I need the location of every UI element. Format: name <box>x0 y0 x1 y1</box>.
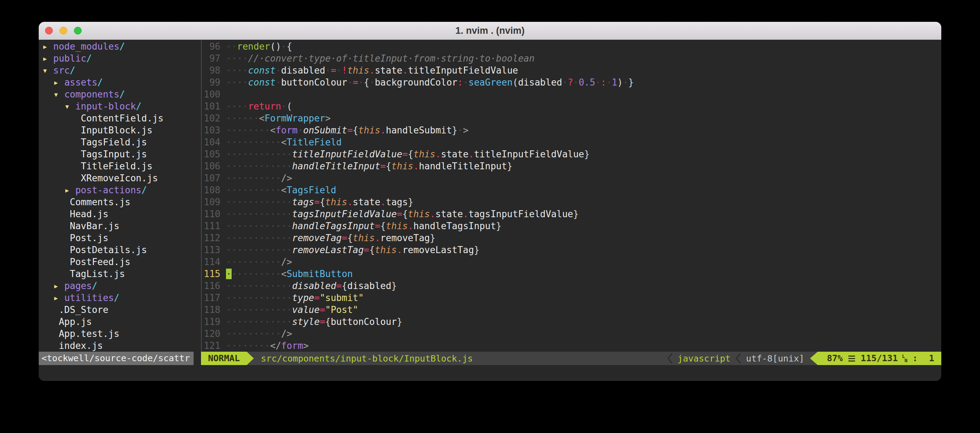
traffic-lights <box>45 22 82 40</box>
code-token-tag: form <box>281 341 304 351</box>
tree-item-label: PostDetails.js <box>70 245 147 255</box>
code-line[interactable]: 96··render()·{ <box>202 40 941 53</box>
tree-item-file[interactable]: InputBlock.js <box>42 124 201 136</box>
code-token-pl: } <box>496 221 502 231</box>
code-token-tag: form <box>275 125 298 135</box>
scroll-percent: 87% <box>827 352 843 365</box>
tree-item-dir[interactable]: ▸ utilities/ <box>42 292 201 304</box>
tree-indent <box>42 185 64 195</box>
tree-indent <box>42 197 70 207</box>
code-line[interactable]: 102······<FormWrapper> <box>202 112 941 124</box>
tree-item-file[interactable]: PostFeed.js <box>42 256 201 268</box>
code-token-ws: · <box>458 125 463 135</box>
code-line[interactable]: 112············removeTag={this.removeTag… <box>202 232 941 244</box>
code-line[interactable]: 114··········/> <box>202 256 941 268</box>
tree-item-dir[interactable]: ▾ src/ <box>42 64 201 76</box>
tree-item-file[interactable]: TagsField.js <box>42 136 201 148</box>
code-token-pl: { <box>353 125 358 135</box>
code-line[interactable]: 97····//·convert·type·of·titleInput·from… <box>202 53 941 64</box>
tree-item-file[interactable]: Head.js <box>42 208 201 220</box>
code-text: ············style={buttonColour} <box>220 316 941 328</box>
tree-item-file[interactable]: App.js <box>42 316 201 328</box>
code-token-ws: · <box>573 77 579 88</box>
tree-item-file[interactable]: TagsInput.js <box>42 148 201 160</box>
tree-item-file[interactable]: Post.js <box>42 232 201 244</box>
minimize-button[interactable] <box>59 27 67 35</box>
code-token-op: = <box>320 304 325 315</box>
code-token-num: 0.5 <box>579 77 595 88</box>
code-text: ··········<TitleField <box>220 136 941 148</box>
code-line[interactable]: 104··········<TitleField <box>202 136 941 148</box>
code-line[interactable]: 101····return·( <box>202 100 941 112</box>
tree-item-dir[interactable]: ▸ node_modules/ <box>42 40 201 53</box>
code-line[interactable]: 105············titleInputFieldValue={thi… <box>202 148 941 160</box>
tree-item-file[interactable]: Comments.js <box>42 196 201 208</box>
code-token-op: = <box>353 77 358 88</box>
tree-item-file[interactable]: NavBar.js <box>42 220 201 232</box>
tree-item-file[interactable]: XRemoveIcon.js <box>42 172 201 184</box>
code-token-ws: · <box>347 77 353 88</box>
code-line[interactable]: 118············value="Post" <box>202 304 941 316</box>
code-line[interactable]: 121········</form> <box>202 340 941 352</box>
line-number: 97 <box>202 53 220 64</box>
code-token-ws: ············ <box>226 245 292 255</box>
code-token-ws: ············ <box>226 280 292 291</box>
code-token-attr: value <box>292 304 320 315</box>
tree-item-label: assets <box>64 77 97 88</box>
chevron-down-icon: ▾ <box>42 65 53 76</box>
code-line[interactable]: 115··········<SubmitButton <box>202 268 941 280</box>
fullscreen-button[interactable] <box>74 27 82 35</box>
code-text: ··········/> <box>220 328 941 340</box>
code-token-ws: · <box>325 65 331 76</box>
code-token-pl: () <box>270 41 281 52</box>
code-line[interactable]: 108··········<TagsField <box>202 184 941 196</box>
code-line[interactable]: 100 <box>202 88 941 100</box>
code-line[interactable]: 113············removeLastTag={this.remov… <box>202 244 941 256</box>
code-line[interactable]: 110············tagsInputFieldValue={this… <box>202 208 941 220</box>
code-token-op: = <box>314 293 320 303</box>
tree-item-dir[interactable]: ▾ components/ <box>42 88 201 100</box>
line-number: 100 <box>202 88 220 100</box>
code-line[interactable]: 106············handleTitleInput={this.ha… <box>202 160 941 172</box>
code-line[interactable]: 99····const·buttonColour·=·{·backgroundC… <box>202 76 941 88</box>
command-line[interactable] <box>39 365 941 381</box>
tree-item-file[interactable]: PostDetails.js <box>42 244 201 256</box>
tree-item-label: Post.js <box>70 233 108 243</box>
code-token-attr: onSubmit <box>303 125 347 135</box>
tree-item-file[interactable]: TitleField.js <box>42 160 201 172</box>
tree-item-dir[interactable]: ▸ public/ <box>42 53 201 64</box>
code-line[interactable]: 117············type="submit" <box>202 292 941 304</box>
code-line[interactable]: 120··········/> <box>202 328 941 340</box>
close-button[interactable] <box>45 27 53 35</box>
code-line[interactable]: 98····const·disabled·=·!this.state.title… <box>202 64 941 76</box>
tree-item-label: InputBlock.js <box>81 125 153 135</box>
tree-dir-slash: / <box>114 293 120 303</box>
line-number: 119 <box>202 316 220 328</box>
code-token-br: < <box>281 137 287 148</box>
tree-item-file[interactable]: .DS_Store <box>42 304 201 316</box>
code-token-ws: ············ <box>226 149 292 159</box>
code-line[interactable]: 111············handleTagsInput={this.han… <box>202 220 941 232</box>
tree-item-dir[interactable]: ▸ pages/ <box>42 280 201 292</box>
code-token-op: . <box>369 65 375 76</box>
code-line[interactable]: 103········<form·onSubmit={this.handleSu… <box>202 124 941 136</box>
tree-item-dir[interactable]: ▸ assets/ <box>42 76 201 88</box>
tree-item-file[interactable]: ContentField.js <box>42 112 201 124</box>
nerdtree-statusline: <tockwell/source-code/scattr <box>39 352 194 365</box>
tree-item-file[interactable]: TagList.js <box>42 268 201 280</box>
code-token-op: . <box>463 209 469 219</box>
code-token-ws: ············ <box>226 317 292 327</box>
code-line[interactable]: 116············disabled={disabled} <box>202 280 941 292</box>
tree-item-file[interactable]: index.js <box>42 340 201 352</box>
tree-item-file[interactable]: App.test.js <box>42 328 201 340</box>
code-token-cmp: FormWrapper <box>265 113 325 124</box>
code-token-id: handleTagsInput <box>413 221 496 231</box>
code-token-attr: handleTitleInput <box>292 161 380 172</box>
code-line[interactable]: 107··········/> <box>202 172 941 184</box>
code-line[interactable]: 119············style={buttonColour} <box>202 316 941 328</box>
code-token-pl: { <box>342 280 347 291</box>
code-token-op: . <box>430 209 436 219</box>
tree-item-dir[interactable]: ▸ post-actions/ <box>42 184 201 196</box>
code-line[interactable]: 109············tags={this.state.tags} <box>202 196 941 208</box>
tree-item-dir[interactable]: ▾ input-block/ <box>42 100 201 112</box>
